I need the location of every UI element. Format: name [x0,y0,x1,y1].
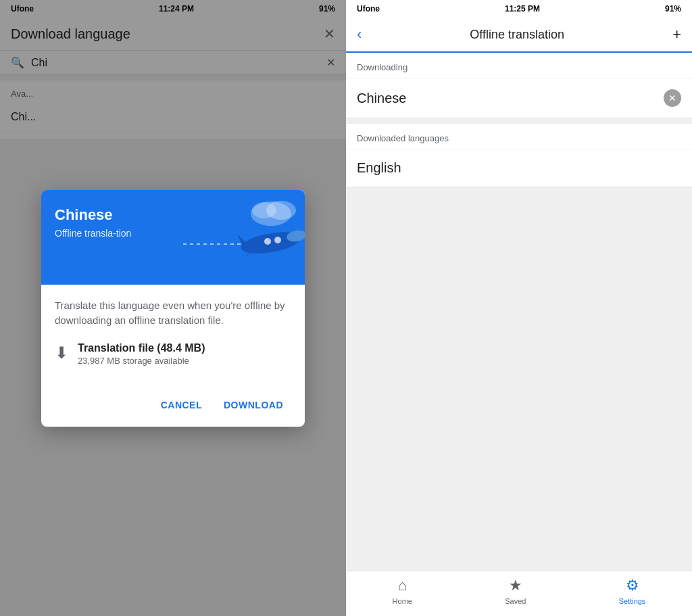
cancel-button[interactable]: CANCEL [153,394,210,416]
top-bar-right: ‹ Offline translation + [346,18,692,53]
settings-label: Settings [619,597,646,605]
nav-saved[interactable]: ★ Saved [505,577,526,605]
dialog-language-title: Chinese [55,206,291,224]
section-divider [346,118,692,124]
home-label: Home [393,597,412,605]
status-bar-right: Ufone 11:25 PM 91% [346,0,692,18]
english-language-text: English [357,160,401,176]
nav-home[interactable]: ⌂ Home [393,577,412,605]
dialog-actions: CANCEL DOWNLOAD [41,389,305,427]
downloading-chinese-item[interactable]: Chinese ✕ [346,78,692,118]
cancel-download-icon[interactable]: ✕ [664,89,681,107]
english-language-item[interactable]: English [346,149,692,187]
downloaded-label: Downloaded languages [346,124,692,149]
saved-icon: ★ [509,577,522,594]
left-panel: Ufone 11:24 PM 91% Download language ✕ 🔍… [0,0,346,616]
back-button[interactable]: ‹ [357,26,362,43]
download-file-icon: ⬇ [55,343,68,362]
dialog-header: Chinese Offline transla-tion [41,190,305,285]
download-button[interactable]: DOWNLOAD [216,394,291,416]
bottom-nav: ⌂ Home ★ Saved ⚙ Settings [346,571,692,616]
downloaded-section: Downloaded languages English [346,124,692,187]
downloading-section: Downloading Chinese ✕ [346,53,692,118]
nav-settings[interactable]: ⚙ Settings [619,577,646,605]
dialog-overlay: Chinese Offline transla-tion [0,0,346,616]
right-panel: Ufone 11:25 PM 91% ‹ Offline translation… [346,0,692,616]
svg-point-8 [274,237,281,243]
download-dialog: Chinese Offline transla-tion [41,190,305,427]
chinese-language-text: Chinese [357,91,406,106]
saved-label: Saved [505,597,526,605]
dialog-body: Translate this language even when you're… [41,285,305,389]
right-content: Downloading Chinese ✕ Downloaded languag… [346,53,692,571]
battery-right: 91% [665,4,681,14]
file-details: Translation file (48.4 MB) 23,987 MB sto… [78,342,205,366]
add-language-button[interactable]: + [672,26,681,43]
home-icon: ⌂ [398,577,407,594]
file-name: Translation file (48.4 MB) [78,342,205,354]
file-storage: 23,987 MB storage available [78,356,205,366]
page-title: Offline translation [362,28,672,42]
svg-point-9 [264,238,271,245]
settings-icon: ⚙ [626,577,639,594]
time-right: 11:25 PM [505,4,540,14]
downloading-label: Downloading [346,53,692,78]
dialog-description: Translate this language even when you're… [55,298,291,329]
dialog-language-subtitle: Offline transla-tion [55,228,156,239]
carrier-right: Ufone [357,4,380,14]
file-info: ⬇ Translation file (48.4 MB) 23,987 MB s… [55,342,291,366]
